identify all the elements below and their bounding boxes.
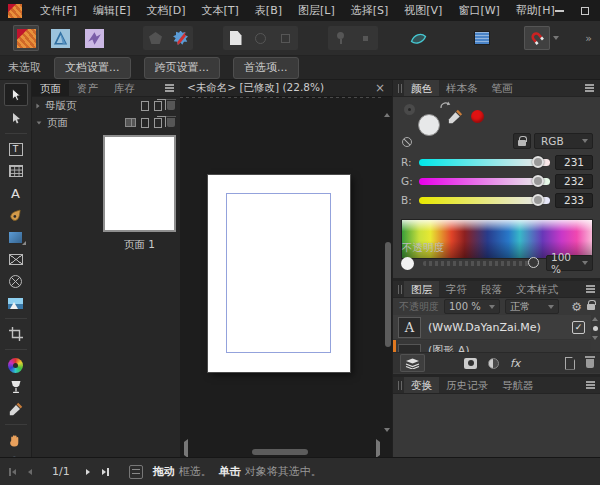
blend-mode-dropdown[interactable]: 正常 <box>505 299 559 314</box>
canvas[interactable] <box>180 97 392 457</box>
panel-menu-button[interactable] <box>579 80 600 96</box>
red-slider[interactable] <box>419 159 550 166</box>
first-page-button[interactable] <box>9 468 16 476</box>
scroll-down-icon[interactable] <box>592 336 598 340</box>
scroll-thumb[interactable] <box>593 326 598 331</box>
fill-tool[interactable] <box>4 355 28 375</box>
delete-layer-icon[interactable] <box>586 359 594 368</box>
preferences-button[interactable]: 首选项... <box>233 57 299 79</box>
slider-knob[interactable] <box>528 257 539 268</box>
view-hand-tool[interactable] <box>4 430 28 450</box>
menu-text[interactable]: 文本[T] <box>202 3 239 18</box>
pages-row[interactable]: 页面 <box>32 114 180 131</box>
persona-designer-button[interactable] <box>47 25 73 51</box>
panel-menu-button[interactable] <box>580 281 600 297</box>
document-close-icon[interactable]: × <box>375 82 385 94</box>
preview-button[interactable] <box>406 26 431 50</box>
selection-mode-icon[interactable] <box>129 465 143 479</box>
place-image-tool[interactable] <box>4 293 28 313</box>
scroll-down-arrow[interactable] <box>384 432 390 445</box>
menu-file[interactable]: 文件[F] <box>40 3 77 18</box>
picture-frame-rectangle-tool[interactable] <box>4 249 28 269</box>
table-tool[interactable] <box>4 161 28 181</box>
tab-character[interactable]: 字符 <box>439 281 474 297</box>
master-pages-row[interactable]: 母版页 <box>32 97 180 114</box>
spread-icon[interactable] <box>125 118 136 127</box>
anchor-button[interactable] <box>353 26 378 50</box>
layer-thumbnail[interactable] <box>398 344 421 353</box>
minimize-icon[interactable] <box>555 10 564 12</box>
tab-transform[interactable]: 变换 <box>404 377 439 393</box>
opacity-slider[interactable] <box>423 261 536 266</box>
scroll-left-arrow[interactable] <box>184 442 188 455</box>
menu-edit[interactable]: 编辑[E] <box>93 3 131 18</box>
slider-knob[interactable] <box>532 194 544 206</box>
toolbar-overflow-icon[interactable]: » <box>585 32 592 45</box>
add-page-icon[interactable] <box>141 118 149 128</box>
crop-tool[interactable] <box>4 324 28 344</box>
gear-icon[interactable]: ⚙ <box>571 301 582 313</box>
layer-name[interactable]: (图形 A) <box>428 343 585 352</box>
scroll-up-icon[interactable] <box>592 317 598 321</box>
delete-page-icon[interactable] <box>167 118 175 127</box>
duplicate-page-icon[interactable] <box>154 118 162 128</box>
effects-icon[interactable]: fx <box>510 357 520 370</box>
layer-row[interactable]: A (WwW.DaYanZai.Me) ✓ <box>393 315 591 340</box>
panel-grip-icon[interactable] <box>393 281 404 297</box>
menu-select[interactable]: 选择[S] <box>351 3 389 18</box>
persona-photo-button[interactable] <box>81 25 107 51</box>
panel-menu-button[interactable] <box>159 80 180 96</box>
tab-swatches[interactable]: 样本条 <box>439 80 485 96</box>
picked-color-swatch[interactable] <box>471 110 484 123</box>
panel-grip-icon[interactable] <box>393 377 404 393</box>
tab-navigator[interactable]: 导航器 <box>495 377 541 393</box>
tab-stock[interactable]: 库存 <box>106 80 143 96</box>
fill-swatch[interactable] <box>418 114 440 136</box>
color-lock-button[interactable] <box>513 133 531 149</box>
last-page-button[interactable] <box>102 468 109 476</box>
menu-help[interactable]: 帮助[H] <box>516 3 555 18</box>
scroll-up-arrow[interactable] <box>384 100 390 113</box>
color-eyedropper-icon[interactable] <box>448 109 463 124</box>
transparency-tool[interactable] <box>4 377 28 397</box>
red-value[interactable]: 231 <box>555 155 593 170</box>
star-badge-button[interactable] <box>168 26 193 50</box>
slider-knob[interactable] <box>532 175 544 187</box>
opacity-swatch[interactable] <box>401 257 414 270</box>
menu-view[interactable]: 视图[V] <box>404 3 442 18</box>
layers-scrollbar[interactable] <box>590 315 600 353</box>
new-layer-icon[interactable] <box>565 357 575 370</box>
vertical-scrollbar[interactable] <box>385 242 391 347</box>
menu-window[interactable]: 窗口[W] <box>458 3 499 18</box>
frame-button[interactable] <box>273 26 298 50</box>
opacity-value-dropdown[interactable]: 100 % <box>546 255 593 271</box>
node-tool[interactable] <box>4 108 28 128</box>
layer-thumbnail[interactable]: A <box>398 317 421 338</box>
add-master-icon[interactable] <box>141 101 149 111</box>
duplicate-master-icon[interactable] <box>154 101 162 111</box>
previous-page-button[interactable] <box>28 469 32 475</box>
layer-opacity-dropdown[interactable]: 100 % <box>444 299 500 314</box>
rectangle-tool[interactable] <box>4 227 28 247</box>
next-page-button[interactable] <box>86 469 90 475</box>
horizontal-scrollbar[interactable] <box>252 449 308 455</box>
page-spread[interactable] <box>208 175 350 372</box>
menu-document[interactable]: 文档[D] <box>146 3 185 18</box>
document-tab[interactable]: <未命名> [已修改] (22.8%) × <box>180 80 392 97</box>
layer-visibility-checkbox[interactable]: ✓ <box>572 321 585 334</box>
snapping-button[interactable] <box>524 26 550 50</box>
blue-value[interactable]: 233 <box>555 193 593 208</box>
artistic-text-tool[interactable]: A <box>4 183 28 203</box>
tab-assets[interactable]: 资产 <box>69 80 106 96</box>
spread-setup-button[interactable]: 跨页设置... <box>144 57 221 79</box>
maximize-icon[interactable] <box>581 7 589 15</box>
lock-layer-icon[interactable] <box>587 304 595 310</box>
tab-paragraph[interactable]: 段落 <box>474 281 509 297</box>
pin-button[interactable] <box>328 26 353 50</box>
page-button[interactable] <box>223 26 248 50</box>
tab-text-styles[interactable]: 文本样式 <box>509 281 565 297</box>
ellipse-button[interactable] <box>248 26 273 50</box>
baseline-grid-button[interactable] <box>469 26 494 50</box>
menu-layer[interactable]: 图层[L] <box>298 3 335 18</box>
tab-pages[interactable]: 页面 <box>32 80 69 96</box>
